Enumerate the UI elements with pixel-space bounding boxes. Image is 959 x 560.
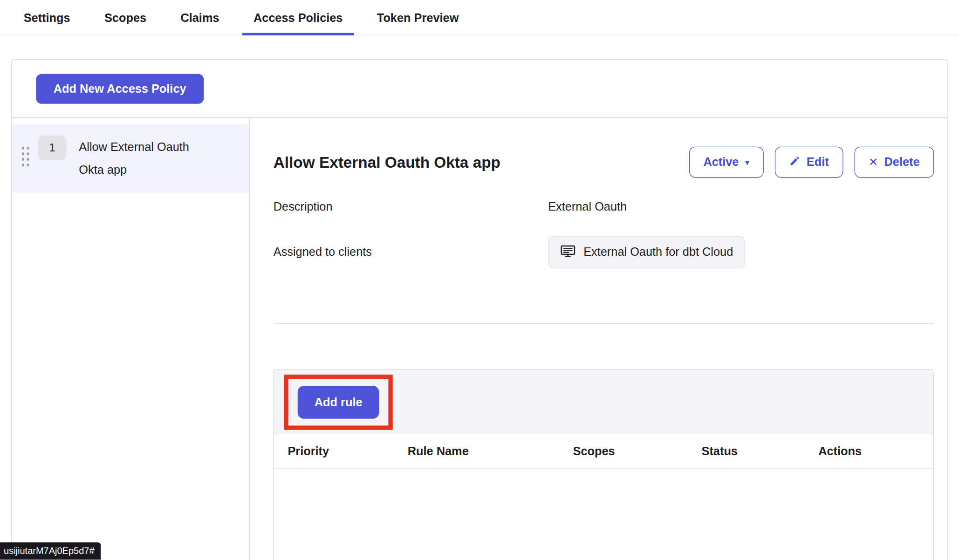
- tab-token-preview[interactable]: Token Preview: [366, 11, 470, 35]
- close-icon: ✕: [869, 157, 878, 168]
- annotation-highlight-box: Add rule: [284, 375, 392, 430]
- page: Settings Scopes Claims Access Policies T…: [0, 0, 959, 560]
- rules-section: Add rule Priority Rule Name Scopes Statu…: [274, 369, 934, 560]
- add-rule-button[interactable]: Add rule: [298, 386, 379, 419]
- detail-header: Allow External Oauth Okta app Active ▾: [274, 147, 934, 178]
- panel-body: 1 Allow External Oauth Okta app Allow Ex…: [12, 118, 947, 560]
- panel-header: Add New Access Policy: [12, 60, 947, 118]
- policy-name: Allow External Oauth Okta app: [79, 136, 209, 182]
- tab-bar: Settings Scopes Claims Access Policies T…: [0, 0, 959, 35]
- drag-handle-icon[interactable]: [21, 145, 30, 168]
- assigned-client-name: External Oauth for dbt Cloud: [583, 246, 733, 259]
- tab-access-policies[interactable]: Access Policies: [242, 11, 354, 35]
- column-header-status: Status: [702, 444, 819, 458]
- policy-list: 1 Allow External Oauth Okta app: [12, 118, 250, 560]
- tab-claims[interactable]: Claims: [169, 11, 230, 35]
- tab-scopes[interactable]: Scopes: [93, 11, 158, 35]
- column-header-actions: Actions: [818, 444, 933, 458]
- pencil-icon: [789, 155, 801, 170]
- column-header-rule-name: Rule Name: [408, 444, 573, 458]
- add-new-access-policy-button[interactable]: Add New Access Policy: [36, 74, 204, 104]
- delete-button-label: Delete: [884, 155, 920, 169]
- edit-button[interactable]: Edit: [775, 147, 843, 178]
- section-divider: [274, 323, 934, 323]
- column-header-priority: Priority: [288, 444, 407, 458]
- access-policies-panel: Add New Access Policy 1 Allow External O…: [11, 59, 948, 560]
- column-header-scopes: Scopes: [573, 444, 701, 458]
- delete-button[interactable]: ✕ Delete: [854, 147, 934, 178]
- rules-toolbar: Add rule: [274, 369, 933, 434]
- active-status-label: Active: [703, 155, 739, 169]
- policy-meta: Description External Oauth Assigned to c…: [274, 200, 934, 268]
- tab-settings[interactable]: Settings: [13, 11, 82, 35]
- policy-title: Allow External Oauth Okta app: [274, 153, 500, 171]
- description-value: External Oauth: [548, 200, 934, 213]
- assigned-to-clients-label: Assigned to clients: [274, 246, 548, 259]
- policy-detail: Allow External Oauth Okta app Active ▾: [250, 118, 947, 560]
- monitor-icon: [560, 243, 576, 262]
- chevron-down-icon: ▾: [745, 158, 749, 167]
- policy-priority-badge: 1: [38, 136, 66, 160]
- rules-table-header: Priority Rule Name Scopes Status Actions: [274, 434, 933, 469]
- policy-actions: Active ▾ Edit ✕: [689, 147, 934, 178]
- description-label: Description: [274, 200, 548, 213]
- policy-list-item[interactable]: 1 Allow External Oauth Okta app: [12, 124, 249, 193]
- link-preview-tooltip: usijiutarM7Aj0Ep5d7#: [0, 542, 101, 560]
- rules-table-empty-body: [274, 469, 933, 560]
- active-status-dropdown[interactable]: Active ▾: [689, 147, 764, 178]
- assigned-client-chip[interactable]: External Oauth for dbt Cloud: [548, 236, 745, 268]
- edit-button-label: Edit: [807, 155, 829, 169]
